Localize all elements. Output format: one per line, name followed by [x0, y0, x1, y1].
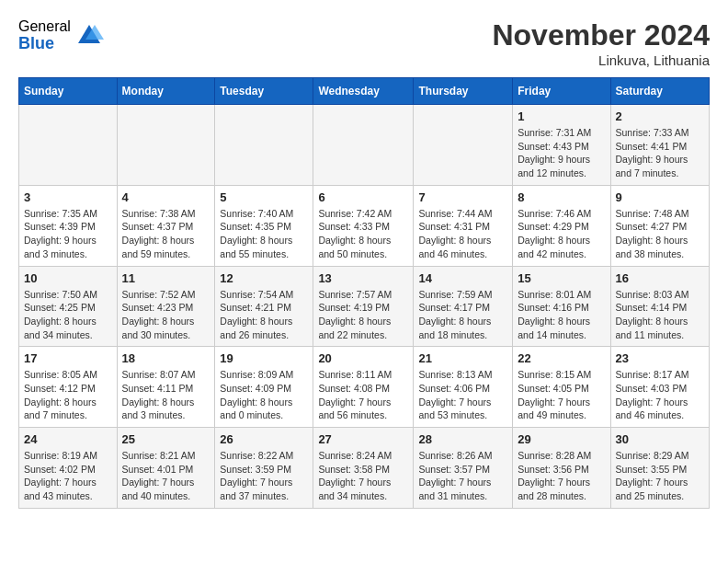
day-number: 24 — [24, 432, 112, 446]
day-number: 14 — [418, 271, 507, 285]
calendar-cell: 3Sunrise: 7:35 AM Sunset: 4:39 PM Daylig… — [19, 185, 118, 266]
calendar-cell — [117, 105, 215, 186]
day-number: 28 — [418, 432, 507, 446]
calendar-cell: 30Sunrise: 8:29 AM Sunset: 3:55 PM Dayli… — [610, 428, 710, 509]
day-number: 17 — [24, 351, 112, 365]
calendar-cell: 1Sunrise: 7:31 AM Sunset: 4:43 PM Daylig… — [513, 105, 610, 186]
calendar-body: 1Sunrise: 7:31 AM Sunset: 4:43 PM Daylig… — [19, 105, 710, 509]
calendar-cell: 2Sunrise: 7:33 AM Sunset: 4:41 PM Daylig… — [610, 105, 710, 186]
month-title: November 2024 — [492, 18, 710, 52]
weekday-header-friday: Friday — [513, 78, 610, 105]
day-info: Sunrise: 8:09 AM Sunset: 4:09 PM Dayligh… — [220, 368, 308, 422]
logo-text: General Blue — [18, 18, 71, 52]
day-info: Sunrise: 8:29 AM Sunset: 3:55 PM Dayligh… — [616, 449, 705, 503]
calendar-cell: 9Sunrise: 7:48 AM Sunset: 4:27 PM Daylig… — [610, 185, 710, 266]
day-info: Sunrise: 8:26 AM Sunset: 3:57 PM Dayligh… — [418, 449, 507, 503]
day-number: 7 — [418, 190, 507, 204]
day-info: Sunrise: 8:05 AM Sunset: 4:12 PM Dayligh… — [24, 368, 112, 422]
day-info: Sunrise: 8:07 AM Sunset: 4:11 PM Dayligh… — [122, 368, 210, 422]
calendar-cell: 21Sunrise: 8:13 AM Sunset: 4:06 PM Dayli… — [414, 347, 513, 428]
day-info: Sunrise: 7:48 AM Sunset: 4:27 PM Dayligh… — [616, 207, 705, 261]
calendar-cell: 29Sunrise: 8:28 AM Sunset: 3:56 PM Dayli… — [513, 428, 610, 509]
day-number: 5 — [220, 190, 308, 204]
weekday-header-tuesday: Tuesday — [215, 78, 313, 105]
day-info: Sunrise: 8:15 AM Sunset: 4:05 PM Dayligh… — [518, 368, 605, 422]
weekday-header-saturday: Saturday — [610, 78, 710, 105]
day-info: Sunrise: 8:22 AM Sunset: 3:59 PM Dayligh… — [220, 449, 308, 503]
day-info: Sunrise: 7:33 AM Sunset: 4:41 PM Dayligh… — [616, 126, 705, 180]
day-info: Sunrise: 7:57 AM Sunset: 4:19 PM Dayligh… — [318, 288, 408, 342]
calendar-cell: 19Sunrise: 8:09 AM Sunset: 4:09 PM Dayli… — [215, 347, 313, 428]
calendar-cell: 23Sunrise: 8:17 AM Sunset: 4:03 PM Dayli… — [610, 347, 710, 428]
calendar-week-3: 10Sunrise: 7:50 AM Sunset: 4:25 PM Dayli… — [19, 266, 710, 347]
calendar-header: SundayMondayTuesdayWednesdayThursdayFrid… — [19, 78, 710, 105]
calendar-cell: 11Sunrise: 7:52 AM Sunset: 4:23 PM Dayli… — [117, 266, 215, 347]
day-number: 29 — [518, 432, 605, 446]
calendar-cell: 6Sunrise: 7:42 AM Sunset: 4:33 PM Daylig… — [313, 185, 414, 266]
day-number: 2 — [616, 109, 705, 123]
calendar-cell — [19, 105, 118, 186]
calendar-week-2: 3Sunrise: 7:35 AM Sunset: 4:39 PM Daylig… — [19, 185, 710, 266]
logo-general: General — [18, 18, 71, 35]
day-number: 22 — [518, 351, 605, 365]
calendar-cell — [414, 105, 513, 186]
weekday-header-monday: Monday — [117, 78, 215, 105]
day-number: 30 — [616, 432, 705, 446]
calendar-cell: 18Sunrise: 8:07 AM Sunset: 4:11 PM Dayli… — [117, 347, 215, 428]
calendar-cell: 20Sunrise: 8:11 AM Sunset: 4:08 PM Dayli… — [313, 347, 414, 428]
day-number: 3 — [24, 190, 112, 204]
calendar-cell: 25Sunrise: 8:21 AM Sunset: 4:01 PM Dayli… — [117, 428, 215, 509]
day-info: Sunrise: 7:40 AM Sunset: 4:35 PM Dayligh… — [220, 207, 308, 261]
title-block: November 2024 Linkuva, Lithuania — [492, 18, 710, 68]
day-info: Sunrise: 8:11 AM Sunset: 4:08 PM Dayligh… — [318, 368, 408, 422]
day-number: 4 — [122, 190, 210, 204]
calendar-cell: 7Sunrise: 7:44 AM Sunset: 4:31 PM Daylig… — [414, 185, 513, 266]
calendar-cell: 4Sunrise: 7:38 AM Sunset: 4:37 PM Daylig… — [117, 185, 215, 266]
day-info: Sunrise: 7:46 AM Sunset: 4:29 PM Dayligh… — [518, 207, 605, 261]
calendar-cell: 24Sunrise: 8:19 AM Sunset: 4:02 PM Dayli… — [19, 428, 118, 509]
day-info: Sunrise: 7:52 AM Sunset: 4:23 PM Dayligh… — [122, 288, 210, 342]
day-number: 21 — [418, 351, 507, 365]
day-number: 13 — [318, 271, 408, 285]
calendar-cell: 12Sunrise: 7:54 AM Sunset: 4:21 PM Dayli… — [215, 266, 313, 347]
calendar-cell: 27Sunrise: 8:24 AM Sunset: 3:58 PM Dayli… — [313, 428, 414, 509]
day-info: Sunrise: 8:01 AM Sunset: 4:16 PM Dayligh… — [518, 288, 605, 342]
day-number: 9 — [616, 190, 705, 204]
logo-icon — [74, 21, 104, 51]
day-number: 15 — [518, 271, 605, 285]
weekday-header-wednesday: Wednesday — [313, 78, 414, 105]
calendar-week-1: 1Sunrise: 7:31 AM Sunset: 4:43 PM Daylig… — [19, 105, 710, 186]
calendar-cell: 10Sunrise: 7:50 AM Sunset: 4:25 PM Dayli… — [19, 266, 118, 347]
calendar-cell: 8Sunrise: 7:46 AM Sunset: 4:29 PM Daylig… — [513, 185, 610, 266]
day-number: 26 — [220, 432, 308, 446]
location: Linkuva, Lithuania — [492, 52, 710, 68]
day-info: Sunrise: 7:54 AM Sunset: 4:21 PM Dayligh… — [220, 288, 308, 342]
day-info: Sunrise: 7:42 AM Sunset: 4:33 PM Dayligh… — [318, 207, 408, 261]
calendar-cell: 5Sunrise: 7:40 AM Sunset: 4:35 PM Daylig… — [215, 185, 313, 266]
logo: General Blue — [18, 18, 104, 52]
day-number: 8 — [518, 190, 605, 204]
calendar-cell: 16Sunrise: 8:03 AM Sunset: 4:14 PM Dayli… — [610, 266, 710, 347]
calendar-cell: 14Sunrise: 7:59 AM Sunset: 4:17 PM Dayli… — [414, 266, 513, 347]
day-number: 1 — [518, 109, 605, 123]
day-number: 12 — [220, 271, 308, 285]
day-info: Sunrise: 8:24 AM Sunset: 3:58 PM Dayligh… — [318, 449, 408, 503]
calendar-cell: 26Sunrise: 8:22 AM Sunset: 3:59 PM Dayli… — [215, 428, 313, 509]
day-info: Sunrise: 8:28 AM Sunset: 3:56 PM Dayligh… — [518, 449, 605, 503]
day-number: 16 — [616, 271, 705, 285]
day-info: Sunrise: 7:50 AM Sunset: 4:25 PM Dayligh… — [24, 288, 112, 342]
day-number: 10 — [24, 271, 112, 285]
day-info: Sunrise: 7:35 AM Sunset: 4:39 PM Dayligh… — [24, 207, 112, 261]
page-header: General Blue November 2024 Linkuva, Lith… — [18, 18, 710, 68]
day-info: Sunrise: 7:31 AM Sunset: 4:43 PM Dayligh… — [518, 126, 605, 180]
day-info: Sunrise: 8:13 AM Sunset: 4:06 PM Dayligh… — [418, 368, 507, 422]
calendar-cell — [313, 105, 414, 186]
calendar-cell: 13Sunrise: 7:57 AM Sunset: 4:19 PM Dayli… — [313, 266, 414, 347]
day-info: Sunrise: 8:17 AM Sunset: 4:03 PM Dayligh… — [616, 368, 705, 422]
day-number: 27 — [318, 432, 408, 446]
weekday-header-thursday: Thursday — [414, 78, 513, 105]
day-number: 18 — [122, 351, 210, 365]
day-number: 11 — [122, 271, 210, 285]
day-info: Sunrise: 7:59 AM Sunset: 4:17 PM Dayligh… — [418, 288, 507, 342]
day-number: 19 — [220, 351, 308, 365]
